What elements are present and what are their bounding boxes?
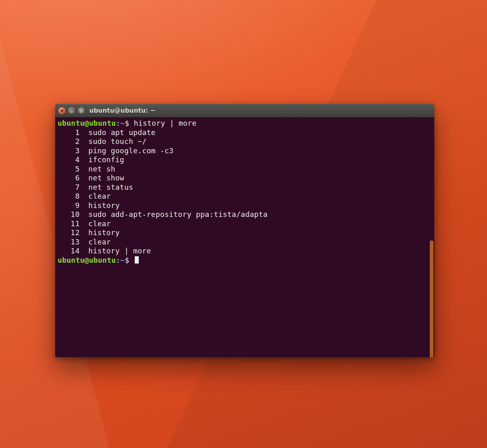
terminal-cursor (135, 256, 139, 264)
terminal-output: ubuntu@ubuntu:~$ history | more1 sudo ap… (58, 119, 432, 265)
window-title: ubuntu@ubuntu: ~ (89, 107, 155, 114)
terminal-viewport[interactable]: ubuntu@ubuntu:~$ history | more1 sudo ap… (55, 117, 434, 357)
titlebar[interactable]: ubuntu@ubuntu: ~ (55, 104, 434, 118)
minimize-icon[interactable] (68, 107, 75, 114)
svg-rect-1 (80, 109, 83, 112)
close-icon[interactable] (58, 107, 65, 114)
terminal-window: ubuntu@ubuntu: ~ ubuntu@ubuntu:~$ histor… (55, 104, 434, 357)
scrollbar-thumb[interactable] (430, 240, 433, 357)
maximize-icon[interactable] (78, 107, 85, 114)
svg-rect-0 (71, 111, 73, 112)
